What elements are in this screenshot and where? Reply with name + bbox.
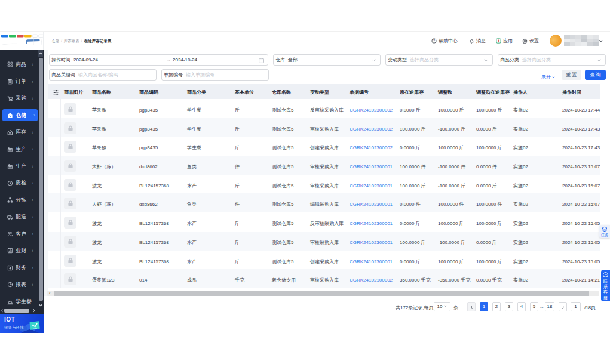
svg-text:?: ? [433,39,435,42]
